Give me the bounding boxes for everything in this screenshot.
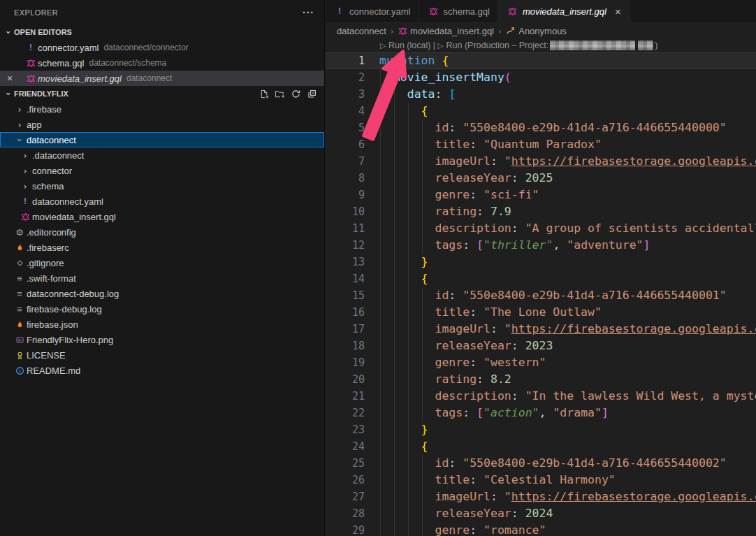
- open-editor-connector.yaml[interactable]: !connector.yamldataconnect/connector: [0, 40, 324, 55]
- tree-item-.swift-format[interactable]: ≡.swift-format: [0, 270, 324, 286]
- tree-item-.dataconnect[interactable]: ›.dataconnect: [0, 147, 324, 163]
- close-icon[interactable]: ×: [7, 73, 13, 84]
- run-production-link[interactable]: ▷ Run (Production – Project:): [438, 41, 658, 51]
- code-line-13[interactable]: 13 }: [326, 254, 756, 270]
- tree-item-label: firebase-debug.log: [27, 304, 102, 314]
- refresh-button[interactable]: [291, 89, 301, 99]
- explorer-header: EXPLORER ···: [0, 0, 324, 24]
- code-line-4[interactable]: 4 {: [326, 103, 756, 119]
- breadcrumb-item-moviedata_insert.gql[interactable]: moviedata_insert.gql: [398, 26, 494, 36]
- code-line-29[interactable]: 29 genre: "romance": [326, 522, 756, 536]
- tree-item-schema[interactable]: ›schema: [0, 178, 324, 194]
- redacted-project-name: [550, 41, 635, 50]
- code-line-17[interactable]: 17 imageUrl: "https://firebasestorage.go…: [326, 321, 756, 338]
- line-number: 10: [326, 203, 365, 220]
- code-line-19[interactable]: 19 genre: "western": [326, 354, 756, 371]
- line-content: tags: ["thriller", "adventure"]: [379, 237, 650, 254]
- run-local-link[interactable]: ▷ Run (local): [380, 41, 430, 50]
- breadcrumb-item-dataconnect[interactable]: dataconnect: [337, 26, 386, 36]
- tree-item-label: FriendlyFlix-Hero.png: [27, 335, 113, 345]
- tree-item-.firebaserc[interactable]: .firebaserc: [0, 240, 324, 255]
- code-line-9[interactable]: 9 genre: "sci-fi": [326, 187, 756, 203]
- indent-guide: [380, 69, 381, 536]
- tree-item-app[interactable]: ›app: [0, 117, 324, 132]
- tree-item-LICENSE[interactable]: LICENSE: [0, 347, 324, 363]
- tab-schema.gql[interactable]: schema.gql: [419, 0, 498, 23]
- codelens-row: ▷ Run (local) | ▷ Run (Production – Proj…: [326, 38, 756, 52]
- tree-item-connector[interactable]: ›connector: [0, 163, 324, 178]
- code-line-8[interactable]: 8 releaseYear: 2025: [326, 170, 756, 187]
- tree-item-.firebase[interactable]: ›.firebase: [0, 101, 324, 117]
- code-line-24[interactable]: 24 {: [326, 438, 756, 455]
- code-line-7[interactable]: 7 imageUrl: "https://firebasestorage.goo…: [326, 153, 756, 170]
- collapse-all-button[interactable]: [307, 89, 317, 99]
- line-number: 27: [326, 488, 365, 505]
- line-content: title: "Quantum Paradox": [379, 136, 602, 153]
- editor-tab-bar: !connector.yamlschema.gqlmoviedata_inser…: [326, 0, 756, 23]
- code-line-6[interactable]: 6 title: "Quantum Paradox": [326, 136, 756, 153]
- project-section-header[interactable]: › FRIENDLYFLIX: [0, 86, 324, 101]
- code-line-25[interactable]: 25 id: "550e8400-e29b-41d4-a716-44665544…: [326, 455, 756, 472]
- open-editor-name: connector.yaml: [38, 43, 99, 53]
- indent-guide: [394, 86, 395, 536]
- play-icon: ▷: [380, 41, 386, 50]
- new-file-button[interactable]: [259, 89, 269, 99]
- code-line-15[interactable]: 15 id: "550e8400-e29b-41d4-a716-44665544…: [326, 287, 756, 304]
- line-number: 22: [326, 405, 365, 421]
- explorer-title: EXPLORER: [14, 8, 58, 17]
- code-line-3[interactable]: 3 data: [: [326, 86, 756, 103]
- tab-moviedata_insert.gql[interactable]: moviedata_insert.gql×: [499, 0, 630, 23]
- code-line-23[interactable]: 23 }: [326, 421, 756, 438]
- tree-item-label: README.md: [27, 365, 80, 376]
- open-editor-desc: dataconnect/connector: [103, 43, 188, 52]
- code-line-12[interactable]: 12 tags: ["thriller", "adventure"]: [326, 237, 756, 254]
- tree-item-dataconnect-debug.log[interactable]: ≡dataconnect-debug.log: [0, 286, 324, 301]
- tree-item-firebase.json[interactable]: firebase.json: [0, 317, 324, 332]
- code-line-14[interactable]: 14 {: [326, 270, 756, 287]
- line-number: 1: [326, 52, 365, 69]
- line-number: 5: [326, 119, 365, 136]
- line-number: 19: [326, 354, 365, 371]
- tree-item-firebase-debug.log[interactable]: ≡firebase-debug.log: [0, 301, 324, 317]
- tree-item-.gitignore[interactable]: .gitignore: [0, 255, 324, 270]
- code-line-18[interactable]: 18 releaseYear: 2023: [326, 338, 756, 354]
- graphql-icon: [25, 73, 36, 84]
- open-editor-schema.gql[interactable]: schema.gqldataconnect/schema: [0, 55, 324, 71]
- open-editor-moviedata_insert.gql[interactable]: ×moviedata_insert.gqldataconnect: [0, 71, 324, 86]
- code-line-28[interactable]: 28 releaseYear: 2024: [326, 505, 756, 522]
- code-line-20[interactable]: 20 rating: 8.2: [326, 371, 756, 388]
- code-line-21[interactable]: 21 description: "In the lawless Wild Wes…: [326, 388, 756, 405]
- tab-label: moviedata_insert.gql: [523, 6, 606, 17]
- tree-item-label: app: [27, 119, 42, 130]
- code-line-11[interactable]: 11 description: "A group of scientists a…: [326, 220, 756, 237]
- more-actions-icon[interactable]: ···: [303, 7, 314, 18]
- chevron-down-icon: ›: [15, 134, 25, 145]
- tree-item-label: .editorconfig: [27, 227, 76, 238]
- line-content: tags: ["action", "drama"]: [379, 405, 609, 421]
- code-line-10[interactable]: 10 rating: 7.9: [326, 203, 756, 220]
- chevron-right-icon: ›: [20, 181, 31, 191]
- code-line-16[interactable]: 16 title: "The Lone Outlaw": [326, 304, 756, 321]
- code-line-5[interactable]: 5 id: "550e8400-e29b-41d4-a716-446655440…: [326, 119, 756, 136]
- tree-item-dataconnect.yaml[interactable]: !dataconnect.yaml: [0, 194, 324, 209]
- code-line-26[interactable]: 26 title: "Celestial Harmony": [326, 472, 756, 488]
- new-folder-button[interactable]: [275, 89, 285, 99]
- code-editor[interactable]: 1mutation {2 movie_insertMany(3 data: [4…: [326, 52, 756, 536]
- breadcrumb-item-Anonymous[interactable]: Anonymous: [506, 26, 567, 36]
- tab-label: connector.yaml: [349, 6, 410, 17]
- code-line-1[interactable]: 1mutation {: [326, 52, 756, 69]
- tree-item-moviedata_insert.gql[interactable]: moviedata_insert.gql: [0, 209, 324, 224]
- tab-connector.yaml[interactable]: !connector.yaml: [326, 0, 419, 23]
- tree-item-dataconnect[interactable]: ›dataconnect: [0, 132, 324, 147]
- tree-item-label: .firebaserc: [27, 242, 69, 253]
- tree-item-README.md[interactable]: README.md: [0, 363, 324, 378]
- line-content: releaseYear: 2025: [379, 170, 553, 187]
- open-editors-header[interactable]: › OPEN EDITORS: [0, 24, 324, 40]
- code-line-22[interactable]: 22 tags: ["action", "drama"]: [326, 405, 756, 421]
- close-icon[interactable]: ×: [615, 6, 621, 17]
- code-line-27[interactable]: 27 imageUrl: "https://firebasestorage.go…: [326, 488, 756, 505]
- tree-item-FriendlyFlix-Hero.png[interactable]: FriendlyFlix-Hero.png: [0, 332, 324, 347]
- tree-item-.editorconfig[interactable]: ⚙.editorconfig: [0, 224, 324, 240]
- line-number: 18: [326, 338, 365, 354]
- code-line-2[interactable]: 2 movie_insertMany(: [326, 69, 756, 86]
